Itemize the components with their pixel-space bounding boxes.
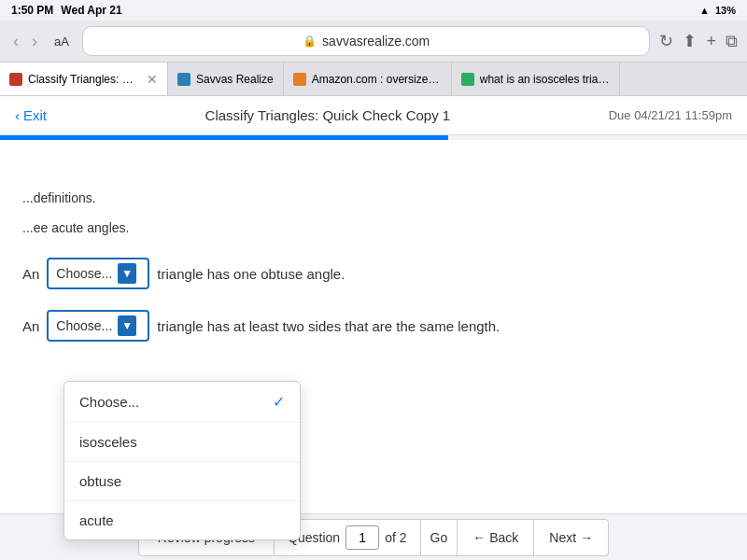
- next-arrow-icon: →: [580, 530, 593, 545]
- back-button[interactable]: ← Back: [458, 519, 534, 556]
- dropdown-arrow-2: ▼: [118, 315, 136, 336]
- tab-favicon-google: [461, 73, 474, 86]
- reload-button[interactable]: ↻: [659, 31, 673, 51]
- due-date: Due 04/21/21 11:59pm: [609, 108, 732, 122]
- browser-chrome: ‹ › aA 🔒 savvasrealize.com ↻ ⬆ + ⧉: [0, 21, 747, 63]
- dropdown-item-acute[interactable]: acute: [64, 501, 300, 539]
- page-title: Classify Triangles: Quick Check Copy 1: [205, 107, 451, 123]
- row1-prefix: An: [22, 266, 39, 282]
- tabs-button[interactable]: ⧉: [726, 32, 738, 51]
- of-label: of 2: [385, 530, 406, 545]
- time-display: 1:50 PM: [11, 4, 53, 17]
- exit-label: Exit: [23, 107, 47, 123]
- dropdown-item-isosceles-label: isosceles: [79, 434, 137, 450]
- dropdown-arrow-1: ▼: [118, 263, 136, 284]
- address-bar[interactable]: 🔒 savvasrealize.com: [82, 26, 651, 56]
- dropdown-select-1-value: Choose...: [56, 266, 112, 281]
- main-content: Choose... ✓ isosceles obtuse acute: [0, 140, 747, 177]
- tab-label-classify: Classify Triangles: Quick Chec...: [28, 73, 141, 86]
- dropdown-item-choose[interactable]: Choose... ✓: [64, 382, 300, 423]
- forward-nav-button[interactable]: ›: [28, 32, 41, 51]
- check-icon: ✓: [273, 393, 285, 411]
- exit-chevron-icon: ‹: [15, 107, 20, 123]
- dropdown-menu[interactable]: Choose... ✓ isosceles obtuse acute: [63, 381, 301, 540]
- go-button[interactable]: Go: [421, 519, 458, 556]
- dropdown-item-obtuse[interactable]: obtuse: [64, 462, 300, 501]
- dropdown-select-2-value: Choose...: [56, 318, 112, 333]
- content-row-1: An Choose... ▼ triangle has one obtuse a…: [22, 258, 725, 289]
- share-button[interactable]: ⬆: [683, 31, 697, 51]
- back-nav-button[interactable]: ‹: [9, 32, 22, 51]
- row2-suffix: triangle has at least two sides that are…: [157, 318, 500, 334]
- tab-label-amazon: Amazon.com : oversized hoodi...: [312, 73, 442, 86]
- tab-favicon-savvas: [177, 73, 190, 86]
- wifi-icon: ▲: [699, 5, 710, 16]
- status-bar: 1:50 PM Wed Apr 21 ▲ 13%: [0, 0, 747, 21]
- tab-close-classify[interactable]: ✕: [147, 72, 158, 87]
- tab-label-savvas: Savvas Realize: [196, 73, 274, 86]
- battery-display: 13%: [715, 5, 736, 16]
- row2-prefix: An: [22, 318, 39, 334]
- dropdown-item-isosceles[interactable]: isosceles: [64, 423, 300, 462]
- exit-button[interactable]: ‹ Exit: [15, 107, 47, 123]
- question-input[interactable]: [345, 525, 379, 550]
- row1-suffix: triangle has one obtuse angle.: [157, 266, 345, 282]
- tab-favicon-amazon: [293, 73, 306, 86]
- tab-favicon-classify: [9, 73, 22, 86]
- dropdown-item-obtuse-label: obtuse: [79, 473, 121, 489]
- definitions-text: ...definitions.: [22, 187, 725, 205]
- content-row-2: An Choose... ▼ triangle has at least two…: [22, 310, 725, 342]
- date-display: Wed Apr 21: [61, 4, 121, 17]
- reader-view-button[interactable]: aA: [50, 35, 73, 49]
- tab-amazon[interactable]: Amazon.com : oversized hoodi...: [284, 63, 452, 95]
- new-tab-button[interactable]: +: [706, 32, 716, 51]
- lock-icon: 🔒: [303, 35, 317, 48]
- dropdown-select-1[interactable]: Choose... ▼: [47, 258, 149, 289]
- go-label: Go: [430, 530, 448, 545]
- browser-tabs: Classify Triangles: Quick Chec... ✕ Savv…: [0, 63, 747, 96]
- tab-savvas[interactable]: Savvas Realize: [168, 63, 284, 95]
- content-area: ...definitions. ...ee acute angles. An C…: [0, 177, 747, 381]
- back-arrow-icon: ←: [472, 530, 486, 545]
- tab-google[interactable]: what is an isosceles triangle -...: [452, 63, 620, 95]
- url-display: savvasrealize.com: [322, 34, 430, 49]
- next-button[interactable]: Next →: [534, 519, 609, 556]
- next-label: Next: [549, 530, 576, 545]
- dropdown-select-2[interactable]: Choose... ▼: [47, 310, 149, 342]
- dropdown-item-choose-label: Choose...: [79, 394, 139, 410]
- dropdown-item-acute-label: acute: [79, 512, 114, 528]
- back-label: Back: [489, 530, 518, 545]
- app-header: ‹ Exit Classify Triangles: Quick Check C…: [0, 96, 747, 135]
- acute-angles-text: ...ee acute angles.: [22, 220, 725, 235]
- tab-label-google: what is an isosceles triangle -...: [480, 73, 610, 86]
- tab-classify[interactable]: Classify Triangles: Quick Chec... ✕: [0, 63, 168, 95]
